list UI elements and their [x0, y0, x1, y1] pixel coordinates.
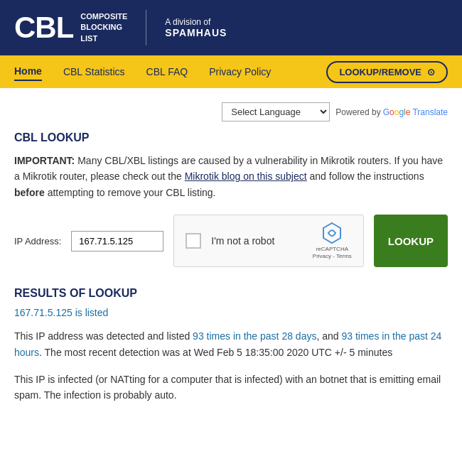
nav-lookup-button[interactable]: LOOKUP/REMOVE ⊙ — [326, 61, 448, 83]
nav-faq[interactable]: CBL FAQ — [146, 63, 188, 80]
logo-acronym: CBL — [14, 13, 73, 43]
nav-statistics[interactable]: CBL Statistics — [63, 63, 125, 80]
results-section-title: RESULTS OF LOOKUP — [14, 287, 448, 300]
language-select[interactable]: Select Language — [222, 102, 330, 121]
result-description-1: This IP address was detected and listed … — [14, 328, 448, 360]
captcha-checkbox[interactable] — [186, 233, 201, 249]
header-divider — [146, 10, 146, 45]
recaptcha-widget: I'm not a robot reCAPTCHA Privacy - Term… — [173, 215, 364, 267]
recaptcha-privacy-link[interactable]: Privacy — [313, 253, 331, 259]
main-content: Select Language Powered by Google Transl… — [0, 88, 462, 429]
captcha-label: I'm not a robot — [211, 235, 303, 247]
nav-privacy[interactable]: Privacy Policy — [209, 63, 271, 80]
logo: CBL COMPOSITE BLOCKING LIST — [14, 11, 127, 44]
google-logo: Google — [383, 107, 411, 117]
translate-bar: Select Language Powered by Google Transl… — [14, 95, 448, 131]
important-notice: IMPORTANT: Many CBL/XBL listings are cau… — [14, 153, 448, 200]
lookup-section-title: CBL LOOKUP — [14, 131, 448, 144]
lookup-button[interactable]: LOOKUP — [374, 215, 448, 267]
spamhaus-tag: A division of SPAMHAUS — [165, 17, 227, 38]
ip-address-input[interactable] — [71, 231, 163, 251]
translate-powered: Powered by Google Translate — [335, 107, 448, 117]
listed-status: 167.71.5.125 is listed — [14, 307, 448, 318]
lookup-form: IP Address: I'm not a robot reCAPTCHA Pr… — [14, 215, 448, 267]
recaptcha-icon — [321, 222, 343, 244]
recaptcha-text: reCAPTCHA Privacy - Terms — [313, 246, 352, 261]
recaptcha-logo: reCAPTCHA Privacy - Terms — [313, 222, 352, 261]
logo-full-name: COMPOSITE BLOCKING LIST — [80, 11, 127, 44]
ip-address-label: IP Address: — [14, 236, 61, 247]
result-description-2: This IP is infected (or NATting for a co… — [14, 372, 448, 404]
mikrotik-link[interactable]: Mikrotik blog on this subject — [185, 171, 307, 182]
nav-home[interactable]: Home — [14, 63, 42, 81]
recaptcha-terms-link[interactable]: Terms — [336, 253, 352, 259]
site-header: CBL COMPOSITE BLOCKING LIST A division o… — [0, 0, 462, 55]
main-nav: Home CBL Statistics CBL FAQ Privacy Poli… — [0, 55, 462, 88]
